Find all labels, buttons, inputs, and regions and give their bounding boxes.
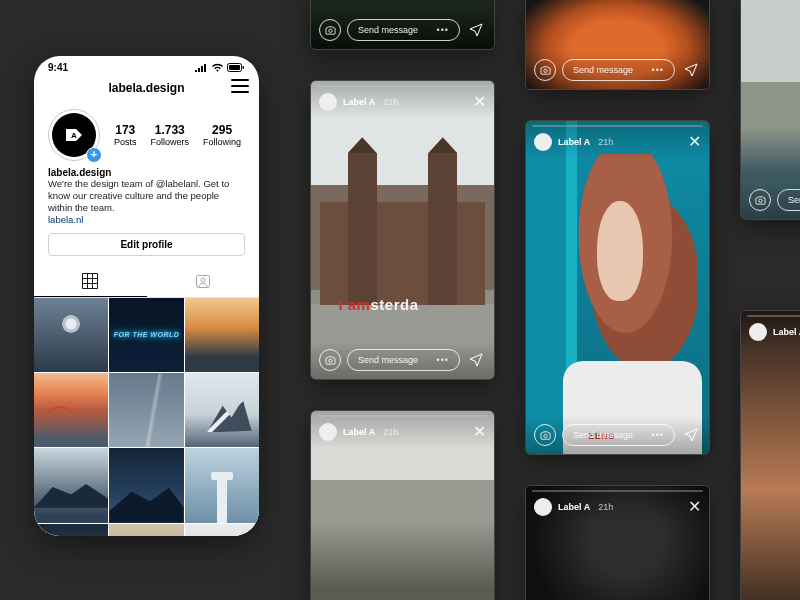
grid-cell[interactable] [34,373,108,447]
add-story-badge[interactable]: + [86,147,102,163]
svg-rect-2 [243,66,245,69]
more-icon[interactable]: ••• [437,355,449,365]
story-author[interactable]: Label A [558,137,590,147]
camera-icon [325,25,336,36]
profile-bio-text: We're the design team of @labelanl. Get … [48,178,245,214]
story-header: Label A 21h ✕ [526,486,709,524]
story-card[interactable]: Label A 21h ✕ [525,485,710,600]
share-button[interactable] [466,23,486,37]
camera-button[interactable] [749,189,771,211]
send-message-placeholder: Send message [788,195,800,205]
more-icon[interactable]: ••• [652,65,664,75]
paper-plane-icon [684,428,698,442]
grid-cell[interactable] [185,298,259,372]
close-button[interactable]: ✕ [473,424,486,440]
share-button[interactable] [681,428,701,442]
story-card[interactable]: Label A 21h ✕ [740,310,800,600]
camera-icon [540,430,551,441]
svg-point-7 [543,69,546,72]
profile-stats: 173 Posts 1.733 Followers 295 Following [114,123,241,147]
story-card[interactable]: I amsterda Label A 21h ✕ Send message••• [310,80,495,380]
more-icon[interactable]: ••• [652,430,664,440]
story-card[interactable]: Send message [740,0,800,220]
send-message-input[interactable]: Send message••• [347,349,460,371]
close-button[interactable]: ✕ [473,94,486,110]
story-header: Label A 21h ✕ [311,81,494,119]
profile-avatar[interactable]: A + [48,109,100,161]
camera-button[interactable] [534,59,556,81]
camera-button[interactable] [319,19,341,41]
stat-following[interactable]: 295 Following [203,123,241,147]
story-avatar[interactable] [749,323,767,341]
stat-posts[interactable]: 173 Posts [114,123,137,147]
story-card[interactable]: Send message••• [310,0,495,50]
story-author[interactable]: Label A [343,427,375,437]
close-button[interactable]: ✕ [688,134,701,150]
grid-cell[interactable] [34,524,108,536]
profile-grid: FOR THE WORLD [34,298,259,536]
stat-followers-value: 1.733 [151,123,190,137]
story-avatar[interactable] [319,93,337,111]
tagged-icon [195,273,211,289]
send-message-placeholder: Send message [358,25,418,35]
story-card[interactable]: Send message••• [525,0,710,90]
profile-display-name: labela.design [48,167,245,178]
grid-cell[interactable] [109,524,183,536]
grid-cell[interactable] [34,448,108,522]
status-bar: 9:41 [34,56,259,75]
status-time: 9:41 [48,62,68,73]
menu-button[interactable] [231,79,249,93]
grid-cell[interactable] [185,524,259,536]
profile-header: A + 173 Posts 1.733 Followers 295 Follow… [34,101,259,165]
send-message-input[interactable]: Send message••• [347,19,460,41]
more-icon[interactable]: ••• [437,25,449,35]
story-avatar[interactable] [534,133,552,151]
grid-cell[interactable] [109,373,183,447]
share-button[interactable] [681,63,701,77]
story-footer: Send message••• [526,416,709,454]
stat-followers[interactable]: 1.733 Followers [151,123,190,147]
grid-cell[interactable] [185,373,259,447]
stat-followers-label: Followers [151,137,190,147]
story-footer: Send message••• [311,341,494,379]
camera-button[interactable] [319,349,341,371]
stat-following-label: Following [203,137,241,147]
story-author[interactable]: Label A [343,97,375,107]
story-avatar[interactable] [319,423,337,441]
grid-cell[interactable] [109,448,183,522]
story-author[interactable]: Label A [558,502,590,512]
story-header: Label A 21h ✕ [526,121,709,159]
story-avatar[interactable] [534,498,552,516]
profile-navbar: labela.design [34,75,259,101]
stat-posts-label: Posts [114,137,137,147]
svg-rect-1 [229,65,240,70]
profile-phone: 9:41 labela.design A + 173 Posts 1.733 F… [34,56,259,536]
grid-cell[interactable] [185,448,259,522]
close-button[interactable]: ✕ [688,499,701,515]
edit-profile-button[interactable]: Edit profile [48,233,245,256]
story-time: 21h [383,427,398,437]
send-message-placeholder: Send message [573,65,633,75]
story-card[interactable]: Label A 21h ✕ [310,410,495,600]
story-time: 21h [598,137,613,147]
story-card[interactable]: EENS Label A 21h ✕ Send message••• [525,120,710,455]
grid-cell[interactable] [34,298,108,372]
avatar-logo-icon: A [62,123,86,147]
stat-following-value: 295 [203,123,241,137]
send-message-input[interactable]: Send message••• [562,59,675,81]
share-button[interactable] [466,353,486,367]
profile-link[interactable]: labela.nl [48,214,245,225]
story-author[interactable]: Label A [773,327,800,337]
send-message-input[interactable]: Send message••• [562,424,675,446]
tab-tagged[interactable] [147,266,260,297]
send-message-input[interactable]: Send message [777,189,800,211]
paper-plane-icon [469,353,483,367]
grid-icon [82,273,98,289]
camera-button[interactable] [534,424,556,446]
camera-icon [325,355,336,366]
tab-grid[interactable] [34,266,147,297]
profile-bio: labela.design We're the design team of @… [34,165,259,233]
profile-username-title: labela.design [108,81,184,95]
grid-cell[interactable]: FOR THE WORLD [109,298,183,372]
svg-point-10 [543,434,546,437]
